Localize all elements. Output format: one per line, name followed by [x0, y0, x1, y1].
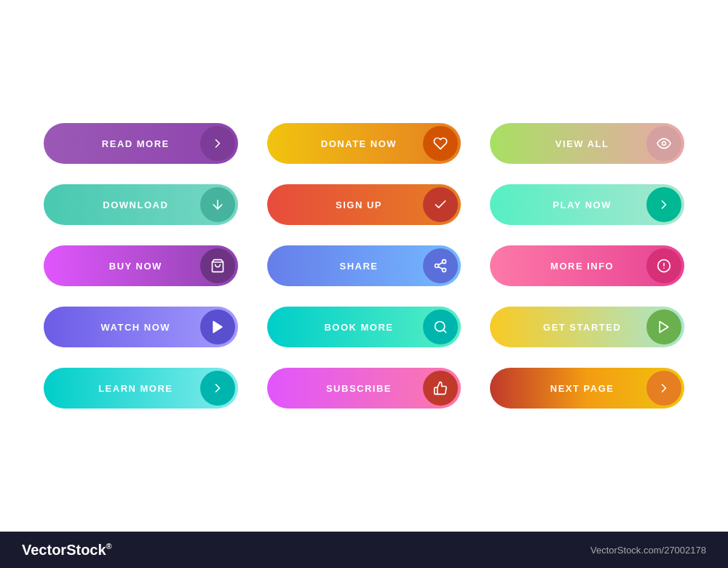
buttons-grid: READ MORE DONATE NOW VIEW ALL DOWNLOAD S…	[44, 123, 684, 409]
donate-now-label: DONATE NOW	[321, 138, 397, 149]
buy-now-icon	[200, 248, 235, 283]
next-page-button[interactable]: NEXT PAGE	[490, 368, 684, 409]
subscribe-label: SUBSCRIBE	[326, 383, 392, 394]
svg-line-7	[438, 262, 443, 264]
donate-now-button[interactable]: DONATE NOW	[267, 123, 462, 164]
watch-now-label: WATCH NOW	[101, 322, 171, 333]
play-now-button[interactable]: PLAY NOW	[490, 184, 684, 225]
book-more-icon	[423, 309, 458, 344]
watch-now-button[interactable]: WATCH NOW	[44, 307, 238, 347]
learn-more-icon	[200, 371, 235, 406]
buy-now-button[interactable]: BUY NOW	[44, 245, 238, 286]
more-info-label: MORE INFO	[550, 261, 614, 272]
subscribe-icon	[423, 371, 458, 406]
read-more-button[interactable]: READ MORE	[44, 123, 238, 164]
share-label: SHARE	[339, 261, 378, 272]
watch-now-icon	[200, 309, 235, 344]
svg-marker-14	[660, 322, 668, 333]
sign-up-button[interactable]: SIGN UP	[267, 184, 462, 225]
share-button[interactable]: SHARE	[267, 245, 462, 286]
view-all-button[interactable]: VIEW ALL	[490, 123, 684, 164]
play-now-label: PLAY NOW	[553, 200, 612, 210]
download-label: DOWNLOAD	[103, 200, 168, 210]
svg-line-6	[438, 267, 443, 269]
book-more-button[interactable]: BOOK MORE	[267, 307, 462, 347]
get-started-button[interactable]: GET STARTED	[490, 307, 684, 347]
share-icon	[423, 248, 458, 283]
sign-up-label: SIGN UP	[336, 200, 382, 210]
download-icon	[200, 187, 235, 222]
footer-brand: VectorStock®	[22, 542, 112, 559]
main-content: READ MORE DONATE NOW VIEW ALL DOWNLOAD S…	[0, 0, 728, 532]
learn-more-label: LEARN MORE	[98, 383, 173, 394]
more-info-button[interactable]: MORE INFO	[490, 245, 684, 286]
learn-more-button[interactable]: LEARN MORE	[44, 368, 238, 409]
get-started-icon	[646, 309, 681, 344]
buy-now-label: BUY NOW	[109, 261, 162, 272]
sign-up-icon	[423, 187, 458, 222]
footer: VectorStock® VectorStock.com/27002178	[0, 532, 728, 568]
svg-marker-11	[213, 322, 222, 333]
view-all-label: VIEW ALL	[555, 138, 609, 149]
read-more-label: READ MORE	[102, 138, 170, 149]
svg-line-13	[443, 330, 446, 333]
view-all-icon	[646, 126, 681, 161]
donate-now-icon	[423, 126, 458, 161]
subscribe-button[interactable]: SUBSCRIBE	[267, 368, 462, 409]
book-more-label: BOOK MORE	[324, 322, 393, 333]
download-button[interactable]: DOWNLOAD	[44, 184, 238, 225]
read-more-icon	[200, 126, 235, 161]
next-page-icon	[646, 371, 681, 406]
svg-point-0	[662, 142, 665, 146]
footer-url: VectorStock.com/27002178	[590, 545, 706, 556]
play-now-icon	[646, 187, 681, 222]
footer-logo: VectorStock®	[22, 542, 112, 559]
more-info-icon	[646, 248, 681, 283]
next-page-label: NEXT PAGE	[550, 383, 614, 394]
get-started-label: GET STARTED	[543, 322, 621, 333]
